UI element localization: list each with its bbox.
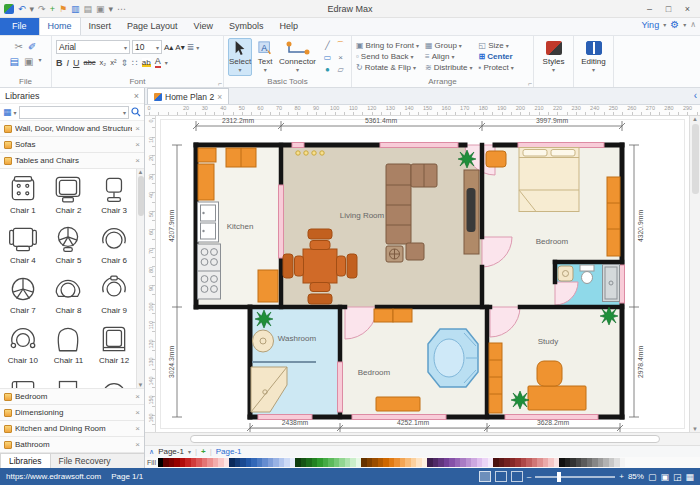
library-search-input[interactable]: ▾: [19, 106, 129, 119]
ribbon-tab-file[interactable]: File: [0, 18, 39, 35]
close-library-icon[interactable]: ×: [135, 140, 140, 149]
ottoman[interactable]: [406, 243, 424, 260]
shape-source-caret-icon[interactable]: ▾: [14, 109, 17, 116]
font-family-combo[interactable]: Arial ▾: [56, 40, 130, 54]
text-align-caret-icon[interactable]: ▾: [196, 44, 199, 51]
wardrobe[interactable]: [607, 177, 620, 256]
group-button[interactable]: ▦Group▾: [425, 41, 473, 50]
font-size-caret-icon[interactable]: ▾: [156, 44, 159, 51]
text-tool-button[interactable]: A Text ▾: [253, 38, 277, 76]
paste-icon[interactable]: ▤: [10, 56, 19, 68]
desk[interactable]: [528, 386, 586, 410]
library-shape-chair-13[interactable]: Chair 13: [0, 369, 46, 389]
library-shape-chair-5[interactable]: Chair 5: [46, 219, 92, 269]
undo-icon[interactable]: ↶: [18, 0, 26, 18]
cut-icon[interactable]: ✂: [15, 41, 23, 53]
align-button[interactable]: ≡Align▾: [425, 52, 473, 61]
bullets-button[interactable]: ∷: [132, 58, 138, 68]
scroll-up-icon[interactable]: ▲: [692, 116, 698, 122]
scroll-thumb[interactable]: [190, 435, 660, 443]
connector-tool-button[interactable]: Connector ▾: [278, 38, 317, 76]
library-shape-chair-1[interactable]: Chair 1: [0, 169, 46, 219]
zoom-slider-thumb[interactable]: [557, 472, 561, 482]
desk-chair[interactable]: [537, 361, 562, 386]
library-shape-chair-15[interactable]: Chair 15: [91, 369, 137, 389]
page-tab[interactable]: Page-1: [216, 447, 242, 456]
crop-tool-icon[interactable]: ▱: [334, 64, 347, 76]
paste-caret-icon[interactable]: ▾: [38, 56, 41, 68]
library-section-wall-door-window-and-structure[interactable]: Wall, Door, Window and Structure×: [0, 121, 144, 137]
export-icon[interactable]: ▣: [96, 0, 105, 18]
protect-button[interactable]: ▪Protect▾: [479, 63, 514, 72]
plant-icon[interactable]: [255, 310, 273, 328]
view-normal-icon[interactable]: [479, 471, 491, 482]
close-library-icon[interactable]: ×: [135, 124, 140, 133]
editing-button[interactable]: Editing ▾: [574, 36, 614, 87]
page-list-icon[interactable]: ∧: [149, 448, 154, 456]
library-shape-chair-14[interactable]: Chair 14: [46, 369, 92, 389]
font-family-caret-icon[interactable]: ▾: [124, 44, 127, 51]
library-section-tables-and-chairs[interactable]: Tables and Chairs×: [0, 153, 144, 169]
library-shape-chair-12[interactable]: Chair 12: [91, 319, 137, 369]
italic-button[interactable]: I: [67, 58, 70, 68]
bench[interactable]: [376, 397, 420, 411]
line-spacing-button[interactable]: ⇕: [121, 58, 129, 68]
drawing-canvas[interactable]: 2312.2mm 5361.4mm 3997.9mm 2438mm 4252.1…: [156, 116, 689, 432]
library-section-bathroom[interactable]: Bathroom×: [0, 437, 144, 453]
collapse-panel-chevron-icon[interactable]: ‹: [694, 90, 697, 101]
page-selector[interactable]: Page-1: [158, 447, 184, 456]
fill-color-swatch[interactable]: [620, 458, 626, 467]
view-outline-icon[interactable]: [495, 471, 507, 482]
subscript-button[interactable]: x₂: [100, 58, 107, 67]
plant-icon[interactable]: [458, 150, 476, 168]
shrink-font-button[interactable]: A▾: [175, 43, 184, 52]
bath-sink[interactable]: [558, 266, 573, 281]
connector-caret-icon[interactable]: ▾: [296, 66, 299, 73]
text-align-button[interactable]: ≣: [187, 42, 195, 52]
text-caret-icon[interactable]: ▾: [264, 66, 267, 73]
washroom-sink[interactable]: [253, 330, 274, 352]
minimize-button[interactable]: –: [641, 0, 658, 18]
close-panel-icon[interactable]: ×: [134, 91, 139, 101]
tv[interactable]: [467, 188, 476, 232]
ribbon-tab-home[interactable]: Home: [39, 17, 81, 35]
collapse-ribbon-icon[interactable]: ∧: [690, 20, 696, 29]
scroll-thumb[interactable]: [138, 176, 144, 216]
zoom-in-button[interactable]: +: [619, 472, 624, 481]
copy-icon[interactable]: ▣: [24, 56, 33, 68]
qat-more-icon[interactable]: ⋯: [117, 0, 126, 18]
font-color-caret-icon[interactable]: ▾: [165, 59, 168, 66]
strikethrough-button[interactable]: abc: [84, 58, 96, 67]
library-shape-chair-10[interactable]: Chair 10: [0, 319, 46, 369]
ribbon-tab-symbols[interactable]: Symbols: [221, 18, 272, 35]
editing-caret-icon[interactable]: ▾: [592, 66, 595, 73]
library-section-kitchen-and-dining-room[interactable]: Kitchen and Dining Room×: [0, 421, 144, 437]
center-button[interactable]: ⊞Center: [479, 52, 514, 61]
page-selector-caret-icon[interactable]: ▾: [188, 448, 191, 455]
zoom-selection-icon[interactable]: ◲: [673, 472, 682, 482]
bookshelf[interactable]: [489, 343, 502, 413]
gear-caret-icon[interactable]: ▾: [683, 21, 686, 28]
print-icon[interactable]: ▤: [83, 0, 92, 18]
grow-font-button[interactable]: A▴: [164, 43, 173, 52]
close-library-icon[interactable]: ×: [135, 424, 140, 433]
font-size-combo[interactable]: 10 ▾: [132, 40, 162, 54]
send-to-back-button[interactable]: ▫Send to Back▾: [356, 52, 419, 61]
close-library-icon[interactable]: ×: [135, 408, 140, 417]
library-shape-chair-6[interactable]: Chair 6: [91, 219, 137, 269]
arc-tool-icon[interactable]: ⌒: [334, 40, 347, 52]
highlight-button[interactable]: ab: [142, 58, 151, 67]
close-library-icon[interactable]: ×: [135, 392, 140, 401]
underline-button[interactable]: U: [73, 58, 80, 68]
fit-page-icon[interactable]: ▣: [660, 472, 669, 482]
library-shape-chair-3[interactable]: Chair 3: [91, 169, 137, 219]
line-tool-icon[interactable]: ╱: [321, 40, 334, 52]
distribute-button[interactable]: ≋Distribute▾: [425, 63, 473, 72]
library-section-dimensioning[interactable]: Dimensioning×: [0, 405, 144, 421]
panel-scrollbar[interactable]: ▲ ▼: [136, 169, 144, 388]
ellipse-tool-icon[interactable]: ●: [321, 64, 334, 76]
rotate-flip-button[interactable]: ↻Rotate & Flip▾: [356, 63, 419, 72]
library-shape-chair-4[interactable]: Chair 4: [0, 219, 46, 269]
scroll-thumb[interactable]: [692, 124, 699, 194]
search-caret-icon[interactable]: ▾: [123, 109, 126, 116]
